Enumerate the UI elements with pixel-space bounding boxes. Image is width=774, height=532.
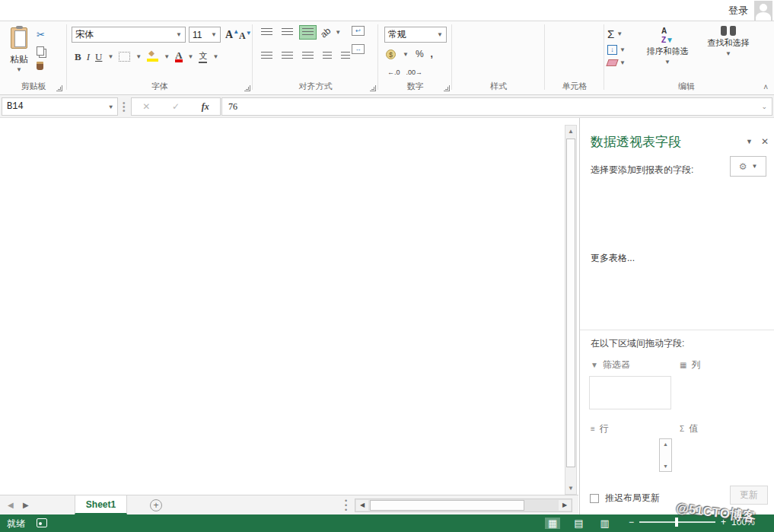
page-layout-view-icon[interactable]: ▤ xyxy=(571,518,586,529)
horizontal-scroll-thumb[interactable] xyxy=(370,500,524,511)
collapse-ribbon-icon[interactable]: ˄ xyxy=(763,83,768,91)
align-right-icon[interactable] xyxy=(300,49,316,62)
copy-icon[interactable] xyxy=(37,46,44,56)
cut-icon[interactable]: ✂ xyxy=(37,29,45,40)
formula-input[interactable]: 76 ⌄ xyxy=(221,97,772,116)
zoom-out-icon[interactable]: − xyxy=(629,517,634,527)
chevron-down-icon[interactable]: ▼ xyxy=(335,29,341,36)
rows-reorder-spinner[interactable]: ▲ ▼ xyxy=(659,438,672,472)
macro-record-icon[interactable] xyxy=(37,518,47,527)
italic-button[interactable]: I xyxy=(87,51,90,63)
values-dropzone[interactable] xyxy=(678,438,769,475)
align-middle-icon[interactable] xyxy=(279,26,295,39)
find-select-button[interactable]: 查找和选择 ▼ xyxy=(702,26,755,57)
new-sheet-icon[interactable]: + xyxy=(150,499,162,511)
vertical-scrollbar[interactable]: ▲ ▼ xyxy=(565,125,577,495)
cancel-entry-icon[interactable]: ✕ xyxy=(142,101,150,112)
scroll-left-icon[interactable]: ◀ xyxy=(356,500,368,511)
sign-in-link[interactable]: 登录 xyxy=(728,4,748,18)
more-tables-link[interactable]: 更多表格... xyxy=(591,252,635,265)
font-size-select[interactable]: 11▼ xyxy=(189,27,221,43)
orientation-icon[interactable]: ab xyxy=(318,25,333,40)
autosum-button[interactable]: Σ▼ xyxy=(607,27,626,40)
alignment-dialog-launcher[interactable] xyxy=(370,85,376,91)
decrease-font-icon[interactable]: A▼ xyxy=(239,30,252,42)
confirm-entry-icon[interactable]: ✓ xyxy=(172,101,180,112)
user-avatar-icon[interactable] xyxy=(754,1,772,21)
fill-color-icon[interactable] xyxy=(147,52,158,62)
chevron-down-icon[interactable]: ▼ xyxy=(212,53,218,60)
chevron-down-icon[interactable]: ▼ xyxy=(403,51,409,58)
normal-view-icon[interactable]: ▦ xyxy=(545,518,560,529)
align-bottom-icon[interactable] xyxy=(300,26,316,39)
paste-label: 粘贴 xyxy=(10,53,28,66)
chevron-down-icon: ▼ xyxy=(176,31,182,38)
filters-dropzone[interactable] xyxy=(589,376,671,409)
sort-filter-button[interactable]: AZ▼ 排序和筛选 ▼ xyxy=(641,26,694,65)
increase-font-icon[interactable]: A▲ xyxy=(225,28,239,41)
bold-button[interactable]: B xyxy=(75,51,81,63)
wrap-text-icon[interactable]: ↩ xyxy=(352,26,365,36)
page-break-view-icon[interactable]: ▥ xyxy=(597,518,613,529)
move-down-icon[interactable]: ▼ xyxy=(660,464,671,469)
decrease-decimal-icon[interactable]: .00→ xyxy=(406,68,423,76)
number-dialog-launcher[interactable] xyxy=(444,85,450,91)
accounting-format-icon[interactable]: $ xyxy=(386,49,396,59)
pane-options-icon[interactable]: ▼ xyxy=(746,138,753,145)
scroll-up-icon[interactable]: ▲ xyxy=(565,126,576,137)
wrap-merge-buttons: ↩ ↔ xyxy=(352,26,365,54)
clipboard-mini-buttons: ✂ xyxy=(37,29,45,70)
number-buttons: $ ▼ % , xyxy=(386,49,433,59)
increase-decimal-icon[interactable]: ←.0 xyxy=(387,68,400,76)
prev-sheet-icon[interactable]: ◀ xyxy=(8,501,14,509)
next-sheet-icon[interactable]: ▶ xyxy=(23,501,29,509)
comma-style-icon[interactable]: , xyxy=(431,49,433,59)
scroll-down-icon[interactable]: ▼ xyxy=(565,483,576,494)
font-color-icon[interactable]: A xyxy=(175,51,182,62)
format-painter-icon[interactable] xyxy=(37,62,43,70)
update-button[interactable]: 更新 xyxy=(730,486,768,505)
worksheet-grid[interactable] xyxy=(0,118,563,496)
chevron-down-icon[interactable]: ▼ xyxy=(135,53,142,60)
decrease-indent-icon[interactable] xyxy=(320,49,334,62)
scroll-right-icon[interactable]: ▶ xyxy=(559,500,571,511)
pane-tools-button[interactable]: ⚙▼ xyxy=(730,156,766,177)
increase-indent-icon[interactable] xyxy=(339,49,352,62)
paste-button[interactable]: 粘贴 ▼ xyxy=(5,27,33,84)
tab-strip-divider[interactable]: ••• xyxy=(345,499,347,512)
columns-dropzone[interactable] xyxy=(678,376,769,409)
chevron-down-icon[interactable]: ▼ xyxy=(107,53,113,60)
zoom-slider[interactable] xyxy=(639,521,715,523)
pane-close-icon[interactable]: ✕ xyxy=(761,136,769,147)
borders-icon[interactable] xyxy=(119,52,130,62)
horizontal-scrollbar[interactable]: ◀ ▶ xyxy=(355,499,572,512)
expand-formula-bar-icon[interactable]: ⌄ xyxy=(761,103,767,110)
chevron-down-icon: ▼ xyxy=(109,104,113,110)
align-center-icon[interactable] xyxy=(279,49,295,62)
zoom-slider-thumb[interactable] xyxy=(675,518,678,527)
insert-function-icon[interactable]: fx xyxy=(202,101,209,113)
vertical-align-buttons: ab ▼ xyxy=(259,26,341,39)
move-up-icon[interactable]: ▲ xyxy=(660,441,671,447)
chevron-down-icon[interactable]: ▼ xyxy=(188,53,194,60)
phonetic-guide-icon[interactable]: 文 xyxy=(199,50,207,63)
clipboard-dialog-launcher[interactable] xyxy=(56,85,62,91)
merge-center-icon[interactable]: ↔ xyxy=(352,44,365,54)
clear-button[interactable]: ▼ xyxy=(607,59,626,66)
align-top-icon[interactable] xyxy=(259,26,275,39)
defer-layout-checkbox[interactable] xyxy=(590,494,599,503)
fill-button[interactable]: ↓▼ xyxy=(607,45,626,55)
align-left-icon[interactable] xyxy=(259,49,275,62)
sort-filter-label: 排序和筛选 xyxy=(647,46,689,57)
name-box[interactable]: B14 ▼ xyxy=(2,97,118,116)
font-dialog-launcher[interactable] xyxy=(244,85,250,91)
underline-button[interactable]: U xyxy=(95,51,102,63)
number-format-select[interactable]: 常规▼ xyxy=(384,27,447,43)
pane-title: 数据透视表字段 xyxy=(591,133,681,151)
font-name-select[interactable]: 宋体▼ xyxy=(72,27,186,43)
rows-dropzone[interactable] xyxy=(589,438,656,475)
sheet-tab-sheet1[interactable]: Sheet1 xyxy=(75,495,127,514)
percent-style-icon[interactable]: % xyxy=(416,49,424,59)
vertical-scroll-thumb[interactable] xyxy=(566,139,575,467)
chevron-down-icon[interactable]: ▼ xyxy=(164,53,170,60)
